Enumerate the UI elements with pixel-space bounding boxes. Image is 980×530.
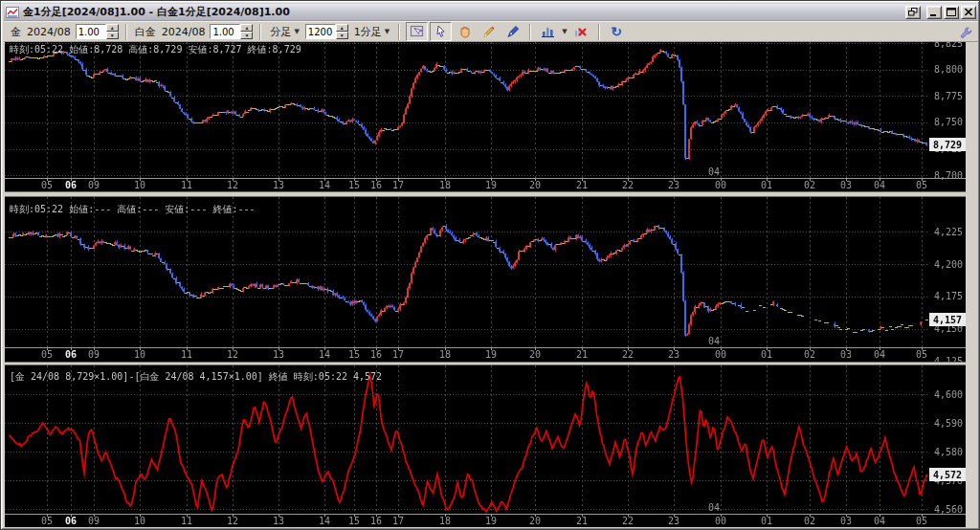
hand-icon	[457, 24, 473, 39]
gold-month: 2024/08	[27, 26, 71, 38]
restore-button[interactable]	[905, 6, 921, 19]
gold-label: 金	[11, 25, 21, 39]
settings-wrench-button[interactable]	[956, 24, 975, 41]
wrench-icon	[959, 26, 973, 40]
refresh-button[interactable]: ↻	[606, 22, 628, 41]
platinum-chart-panel: 時刻:05:22 始値:--- 高値:--- 安値:--- 終値:---	[5, 197, 966, 362]
toolbar: 金 2024/08 ▲ ▼ 白金 2024/08 ▲ ▼ 分足 ▼ ▲	[4, 21, 978, 42]
toolbar-separator	[598, 24, 600, 40]
refresh-icon: ↻	[611, 25, 622, 38]
close-button[interactable]	[961, 6, 976, 19]
bar-chart-button[interactable]	[537, 22, 559, 41]
pen-button[interactable]	[501, 22, 523, 41]
chevron-down-icon: ▼	[294, 28, 299, 35]
gold-ratio-down-button[interactable]: ▼	[106, 32, 119, 39]
gold-ratio-up-button[interactable]: ▲	[106, 24, 119, 32]
platinum-ratio-spinbox: ▲ ▼	[210, 24, 253, 39]
spread-chart-panel: [金 24/08 8,729×1.00]-[白金 24/08 4,157×1.0…	[5, 365, 966, 527]
pencil-icon	[481, 24, 497, 39]
interval-label: 1分足	[354, 25, 382, 39]
bar-count-input[interactable]	[305, 24, 336, 39]
chevron-down-icon: ▼	[562, 28, 567, 35]
window-title: 金1分足[2024/08]1.00 - 白金1分足[2024/08]1.00	[23, 5, 905, 19]
restore-icon	[908, 8, 918, 16]
minimize-icon	[929, 8, 939, 16]
minimize-button[interactable]	[926, 6, 942, 19]
gold-ratio-spinbox: ▲ ▼	[76, 24, 119, 39]
pointer-icon	[434, 24, 449, 39]
interval-dropdown[interactable]: 1分足 ▼	[350, 22, 393, 42]
platinum-label: 白金	[135, 25, 156, 39]
platinum-chart-canvas[interactable]	[5, 197, 966, 362]
hand-button[interactable]	[454, 22, 476, 41]
toolbar-separator	[529, 24, 531, 40]
app-icon	[6, 7, 19, 18]
gold-chart-panel: 時刻:05:22 始値:8,728 高値:8,729 安値:8,727 終値:8…	[5, 42, 966, 191]
delete-chart-button[interactable]	[570, 22, 592, 41]
chart-cursor-icon	[410, 24, 425, 39]
chevron-down-icon: ▼	[385, 28, 390, 35]
title-bar[interactable]: 金1分足[2024/08]1.00 - 白金1分足[2024/08]1.00	[4, 4, 978, 21]
platinum-ratio-down-button[interactable]: ▼	[240, 32, 253, 39]
spread-chart-canvas[interactable]	[5, 365, 966, 527]
bar-count-down-button[interactable]: ▼	[336, 32, 348, 39]
pencil-button[interactable]	[478, 22, 500, 41]
pointer-button[interactable]	[430, 22, 452, 41]
pen-icon	[505, 24, 521, 39]
chart-window: 金1分足[2024/08]1.00 - 白金1分足[2024/08]1.00 金…	[0, 0, 980, 530]
toolbar-separator	[398, 24, 400, 40]
gold-ratio-input[interactable]	[76, 24, 106, 39]
delete-chart-icon	[573, 24, 589, 39]
toolbar-separator	[125, 24, 127, 40]
bar-count-up-button[interactable]: ▲	[336, 24, 348, 32]
bar-chart-style-caret[interactable]: ▼	[560, 26, 568, 37]
bar-chart-icon	[541, 24, 556, 39]
platinum-month: 2024/08	[162, 26, 206, 38]
bar-type-label: 分足	[270, 25, 291, 39]
platinum-ratio-input[interactable]	[210, 24, 240, 39]
maximize-button[interactable]	[944, 6, 959, 19]
close-icon	[964, 8, 973, 16]
bar-count-spinbox: ▲ ▼	[305, 24, 348, 39]
bar-type-dropdown[interactable]: 分足 ▼	[266, 22, 302, 42]
toolbar-separator	[259, 24, 261, 40]
maximize-icon	[947, 8, 956, 16]
chart-client-area: 時刻:05:22 始値:8,728 高値:8,729 安値:8,727 終値:8…	[5, 42, 966, 527]
gold-chart-canvas[interactable]	[5, 42, 966, 191]
platinum-ratio-up-button[interactable]: ▲	[240, 24, 253, 32]
chart-cursor-button[interactable]	[406, 22, 428, 41]
